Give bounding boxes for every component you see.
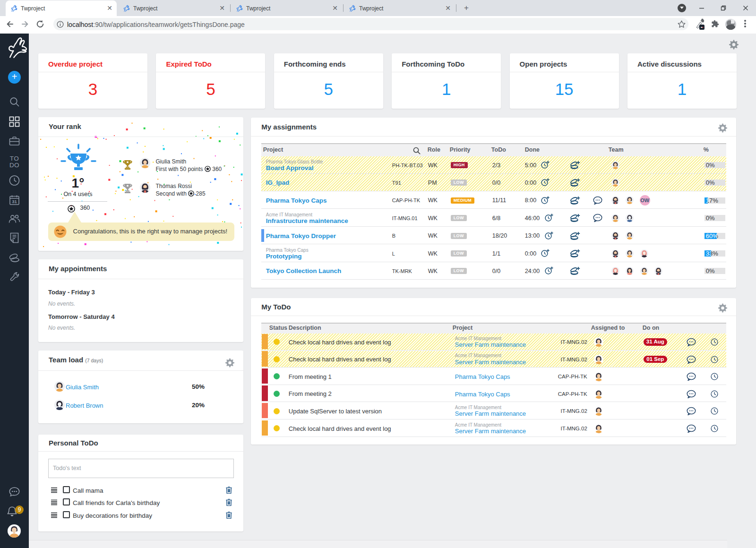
svg-text:31: 31 — [12, 199, 17, 204]
